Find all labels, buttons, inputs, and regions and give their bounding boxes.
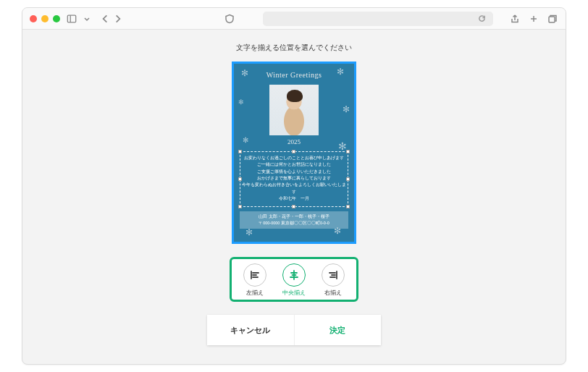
url-bar[interactable] [263,12,493,26]
align-left-button[interactable]: 左揃え [239,263,271,297]
svg-rect-4 [549,17,555,22]
align-left-label: 左揃え [246,289,264,297]
new-tab-icon[interactable] [528,13,539,25]
resize-handle[interactable] [238,150,242,153]
alignment-panel: 左揃え 中央揃え 右揃え [230,257,358,302]
align-right-button[interactable]: 右揃え [317,263,349,297]
card-text-line: 今年も変わらぬお付き合いをよろしくお願いいたします [242,182,346,195]
window-controls [30,15,60,22]
cancel-button[interactable]: キャンセル [207,315,295,345]
minimize-icon[interactable] [41,15,49,22]
align-center-label: 中央揃え [282,289,306,297]
resize-handle[interactable] [346,205,350,208]
card-text-line: ご支援ご厚情を心よりいただきました [242,169,346,175]
align-left-icon [249,269,261,281]
back-icon[interactable] [99,13,111,25]
content-area: 文字を揃える位置を選んでください ✻ ✻ ✻ ✻ ✻ ✻ ✻ ✻ Winter … [22,30,566,364]
card-text-line: お変わりなくお過ごしのこととお喜び申しあげます [242,155,346,161]
share-icon[interactable] [509,13,521,25]
resize-handle[interactable] [238,205,242,208]
card-year: 2025 [234,138,354,145]
sidebar-toggle-icon[interactable] [66,13,77,25]
card-text-line: 令和七年 一月 [242,195,346,202]
zoom-icon[interactable] [53,15,60,22]
card-title: Winter Greetings [234,71,354,79]
card-photo [269,85,319,135]
card-address: 〒000-0000 東京都〇〇区〇〇町0-0-0 [241,220,347,227]
close-icon[interactable] [30,15,37,22]
postcard-preview: ✻ ✻ ✻ ✻ ✻ ✻ ✻ ✻ Winter Greetings 2025 お変… [232,62,356,244]
shield-icon[interactable] [224,13,235,25]
confirm-button[interactable]: 決定 [295,315,382,345]
titlebar [22,8,566,30]
card-text-line: ご一緒には何かとお世話になりました [242,161,346,168]
card-text-line: おかげさまで無事に暮らしております [242,175,346,182]
tabs-icon[interactable] [547,13,558,25]
action-footer: キャンセル 決定 [207,315,381,345]
align-center-button[interactable]: 中央揃え [278,263,310,297]
browser-window: 文字を揃える位置を選んでください ✻ ✻ ✻ ✻ ✻ ✻ ✻ ✻ Winter … [22,7,566,365]
reload-icon[interactable] [478,14,486,22]
card-names-block: 山田 太郎・花子・一郎・桃子・桜子 〒000-0000 東京都〇〇区〇〇町0-0… [240,211,348,229]
align-right-label: 右揃え [324,289,342,297]
card-names: 山田 太郎・花子・一郎・桃子・桜子 [241,214,347,220]
forward-icon[interactable] [112,13,124,25]
dropdown-caret-icon[interactable] [83,13,91,25]
svg-rect-0 [67,15,75,22]
card-text-selection[interactable]: お変わりなくお過ごしのこととお喜び申しあげます ご一緒には何かとお世話になりまし… [240,151,348,207]
resize-handle[interactable] [292,150,295,153]
instruction-text: 文字を揃える位置を選んでください [236,43,352,53]
resize-handle[interactable] [346,177,350,181]
resize-handle[interactable] [238,177,242,181]
resize-handle[interactable] [346,150,350,153]
resize-handle[interactable] [292,205,295,208]
align-center-icon [288,269,300,281]
align-right-icon [327,269,339,281]
